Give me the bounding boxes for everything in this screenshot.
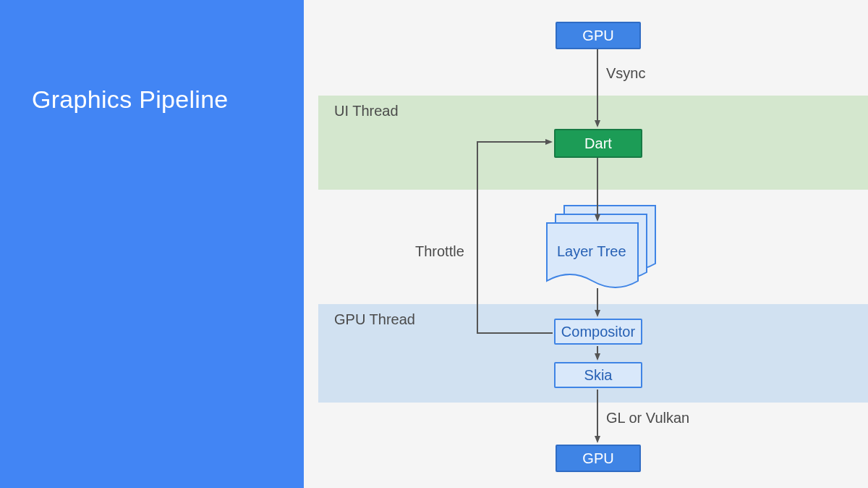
node-gpu-top: GPU xyxy=(556,22,641,49)
edge-label-throttle: Throttle xyxy=(415,243,464,260)
node-layer-tree: Layer Tree xyxy=(557,243,626,260)
node-skia: Skia xyxy=(554,362,642,388)
node-compositor: Compositor xyxy=(554,319,642,345)
ui-thread-label: UI Thread xyxy=(334,103,399,119)
edge-label-gl-vulkan: GL or Vulkan xyxy=(606,410,689,426)
slide: Graphics Pipeline UI Thread GPU Thread xyxy=(0,0,868,488)
title-panel: Graphics Pipeline xyxy=(0,0,304,488)
edge-label-vsync: Vsync xyxy=(606,65,645,82)
node-gpu-bottom: GPU xyxy=(556,445,641,472)
node-dart: Dart xyxy=(554,129,642,158)
slide-title: Graphics Pipeline xyxy=(32,85,229,114)
gpu-thread-label: GPU Thread xyxy=(334,311,415,328)
